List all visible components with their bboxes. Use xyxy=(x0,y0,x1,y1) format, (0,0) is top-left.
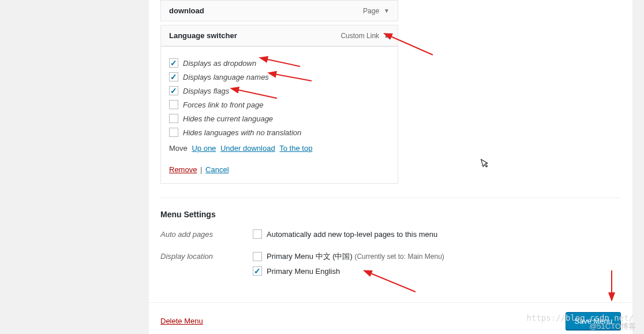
chevron-down-icon[interactable]: ▼ xyxy=(384,8,390,14)
separator: | xyxy=(200,165,202,174)
checkbox-primary-en[interactable] xyxy=(253,266,262,276)
menu-item-type: Page xyxy=(363,7,379,15)
section-separator xyxy=(160,198,621,198)
option-force-front-row: Forces link to front page xyxy=(169,100,390,109)
primary-zh-label: Primary Menu 中文 (中国) xyxy=(267,252,353,261)
option-dropdown-label: Displays as dropdown xyxy=(183,59,256,68)
option-force-front-label: Forces link to front page xyxy=(183,101,263,109)
primary-zh-note: (Currently set to: Main Menu) xyxy=(354,253,444,261)
remove-link[interactable]: Remove xyxy=(169,165,197,174)
checkbox-names[interactable] xyxy=(169,72,178,81)
checkbox-force-front[interactable] xyxy=(169,100,178,109)
option-hide-notrans-row: Hides languages with no translation xyxy=(169,128,390,137)
checkbox-auto-add[interactable] xyxy=(253,229,262,239)
delete-menu-link[interactable]: Delete Menu xyxy=(160,317,203,325)
move-to-top-link[interactable]: To the top xyxy=(279,144,312,153)
display-location-label: Display location xyxy=(160,251,253,261)
menu-item-download[interactable]: download Page ▼ xyxy=(160,0,398,21)
checkbox-primary-zh[interactable] xyxy=(253,252,262,261)
option-names-row: Displays language names xyxy=(169,72,390,81)
menu-settings-title: Menu Settings xyxy=(160,210,621,219)
move-up-one-link[interactable]: Up one xyxy=(192,144,216,153)
option-flags-row: Displays flags xyxy=(169,86,390,95)
auto-add-label: Auto add pages xyxy=(160,229,253,239)
chevron-up-icon[interactable]: ▲ xyxy=(384,32,390,39)
checkbox-hide-current[interactable] xyxy=(169,114,178,123)
menu-item-title: download xyxy=(169,6,204,15)
move-under-download-link[interactable]: Under download xyxy=(220,144,275,153)
option-flags-label: Displays flags xyxy=(183,87,229,95)
menu-item-title: Language switcher xyxy=(169,31,237,40)
menu-item-settings-panel: Displays as dropdown Displays language n… xyxy=(160,46,398,184)
watermark2-text: @51CTO博客 xyxy=(589,321,636,332)
auto-add-row: Auto add pages Automatically add new top… xyxy=(160,229,621,243)
checkbox-flags[interactable] xyxy=(169,86,178,95)
option-hide-current-label: Hides the current language xyxy=(183,114,273,123)
menu-item-type: Custom Link xyxy=(340,32,379,40)
menu-settings-section: Menu Settings Auto add pages Automatical… xyxy=(149,210,632,298)
checkbox-dropdown[interactable] xyxy=(169,58,178,68)
cancel-link[interactable]: Cancel xyxy=(205,165,229,174)
move-label: Move xyxy=(169,144,188,153)
checkbox-hide-notrans[interactable] xyxy=(169,128,178,137)
footer-separator xyxy=(149,302,632,303)
option-names-label: Displays language names xyxy=(183,73,269,81)
menu-item-language-switcher[interactable]: Language switcher Custom Link ▲ xyxy=(160,25,398,46)
remove-cancel-row: Remove | Cancel xyxy=(169,165,390,174)
option-dropdown-row: Displays as dropdown xyxy=(169,58,390,68)
move-row: Move Up one Under download To the top xyxy=(169,144,390,153)
option-hide-current-row: Hides the current language xyxy=(169,114,390,123)
primary-en-label: Primary Menu English xyxy=(267,267,340,276)
auto-add-option-label: Automatically add new top-level pages to… xyxy=(267,230,437,239)
display-location-row: Display location Primary Menu 中文 (中国) (C… xyxy=(160,251,621,280)
option-hide-notrans-label: Hides languages with no translation xyxy=(183,128,301,137)
